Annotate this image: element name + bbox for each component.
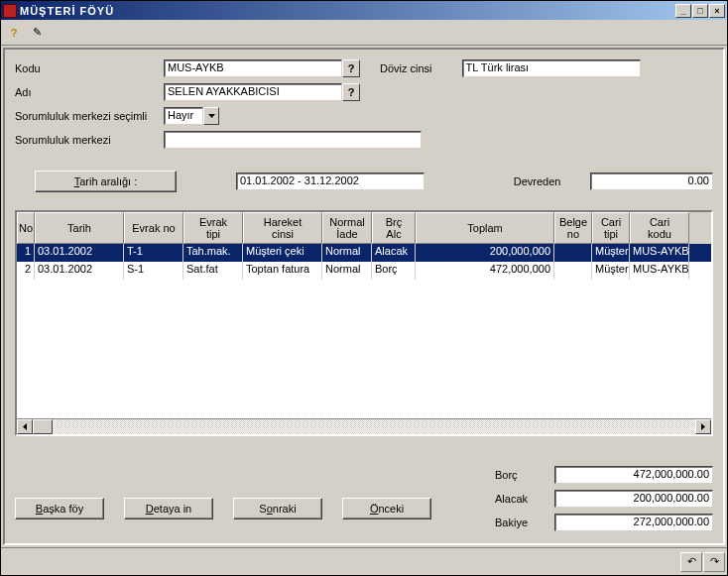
tarih-input[interactable]: 01.01.2002 - 31.12.2002 [236,173,425,190]
footer-toolbar: ↶ ↷ [1,547,727,575]
adi-input[interactable]: SELEN AYAKKABICISI [164,83,342,101]
col-cari-tipi[interactable]: Cari tipi [592,212,630,244]
col-evrak-tipi[interactable]: Evrak tipi [183,212,243,244]
col-tarih[interactable]: Tarih [35,212,124,244]
cell: Alacak [372,244,416,262]
cell: Müşteri [592,244,630,262]
close-button[interactable]: × [709,4,725,18]
toolbar: ? ✎ [1,20,727,46]
cell: 03.01.2002 [35,244,124,262]
col-hareket-cinsi[interactable]: Hareket cinsi [243,212,322,244]
bakiye-label: Bakiye [495,517,554,528]
main-panel: Kodu MUS-AYKB ? Döviz cinsi TL Türk lira… [3,48,725,545]
grid-header: No Tarih Evrak no Evrak tipi Hareket cin… [17,212,711,244]
redo-button[interactable]: ↷ [703,552,725,572]
kodu-lookup-button[interactable]: ? [342,59,360,77]
table-row[interactable]: 203.01.2002S-1Sat.fatToptan faturaNormal… [17,262,711,280]
main-window: MÜŞTERİ FÖYÜ _ □ × ? ✎ Kodu MUS-AYKB ? D… [0,0,728,576]
app-icon [3,4,17,18]
scroll-track[interactable] [33,419,695,434]
cell: 200,000,000 [416,244,554,262]
alacak-value[interactable]: 200,000,000.00 [554,490,713,508]
sorumluluk-secimli-value: Hayır [164,107,203,125]
col-no[interactable]: No [17,212,35,244]
cell: MUS-AYKB [630,262,689,280]
minimize-button[interactable]: _ [675,4,691,18]
cell: Borç [372,262,416,280]
help-icon: ? [11,27,18,39]
col-toplam[interactable]: Toplam [416,212,554,244]
help-button[interactable]: ? [3,23,25,43]
alacak-label: Alacak [495,493,554,505]
borc-label: Borç [495,469,554,481]
redo-icon: ↷ [710,555,719,568]
tool-button-2[interactable]: ✎ [26,23,48,43]
undo-button[interactable]: ↶ [680,552,702,572]
sorumluluk-input[interactable] [164,131,422,149]
sonraki-button[interactable]: Sonraki [233,498,322,519]
cell: Normal [322,244,372,262]
cell: Toptan fatura [243,262,322,280]
cell: Tah.mak. [183,244,243,262]
borc-value[interactable]: 472,000,000.00 [554,466,713,484]
col-cari-kodu[interactable]: Cari kodu [630,212,689,244]
undo-icon: ↶ [687,555,696,568]
devreden-input[interactable]: 0.00 [590,173,713,190]
scroll-thumb[interactable] [33,419,53,434]
cell [554,262,592,280]
cell: 03.01.2002 [35,262,124,280]
pencil-icon: ✎ [33,26,42,39]
cell: MUS-AYKB [630,244,689,262]
bakiye-value[interactable]: 272,000,000.00 [554,514,713,531]
grid-body[interactable]: 103.01.2002T-1Tah.mak.Müşteri çekiNormal… [17,244,711,418]
doviz-label: Döviz cinsi [380,62,432,74]
tarih-araligi-button[interactable]: TTarih aralığı :arih aralığı : [35,171,177,192]
sorumluluk-secimli-combo[interactable]: Hayır [164,107,219,125]
data-grid[interactable]: No Tarih Evrak no Evrak tipi Hareket cin… [15,210,713,436]
cell: T-1 [124,244,183,262]
cell: S-1 [124,262,183,280]
adi-lookup-button[interactable]: ? [342,83,360,101]
titlebar[interactable]: MÜŞTERİ FÖYÜ _ □ × [1,1,727,20]
scroll-left-button[interactable] [17,419,33,434]
horizontal-scrollbar[interactable] [17,418,711,434]
scroll-right-button[interactable] [695,419,711,434]
table-row[interactable]: 103.01.2002T-1Tah.mak.Müşteri çekiNormal… [17,244,711,262]
cell: 2 [17,262,35,280]
sorumluluk-secimli-label: Sorumluluk merkezi seçimli [15,110,164,122]
chevron-down-icon[interactable] [203,107,219,125]
kodu-label: Kodu [15,62,164,74]
adi-label: Adı [15,86,164,98]
window-title: MÜŞTERİ FÖYÜ [20,5,675,17]
kodu-input[interactable]: MUS-AYKB [164,59,342,77]
maximize-button[interactable]: □ [692,4,708,18]
cell: Müşteri çeki [243,244,322,262]
col-evrak-no[interactable]: Evrak no [124,212,183,244]
onceki-button[interactable]: Önceki [342,498,431,519]
cell: Sat.fat [183,262,243,280]
col-belge-no[interactable]: Belge no [554,212,592,244]
cell [554,244,592,262]
cell: Normal [322,262,372,280]
col-brc-alc[interactable]: Brç Alc [372,212,416,244]
devreden-label: Devreden [514,175,561,187]
detaya-in-button[interactable]: Detaya in [124,498,213,519]
cell: Müşteri [592,262,630,280]
col-normal-iade[interactable]: Normal İade [322,212,372,244]
cell: 472,000,000 [416,262,554,280]
cell: 1 [17,244,35,262]
baska-foy-button[interactable]: Başka föy [15,498,104,519]
doviz-input[interactable]: TL Türk lirası [462,59,641,77]
sorumluluk-label: Sorumluluk merkezi [15,134,164,146]
